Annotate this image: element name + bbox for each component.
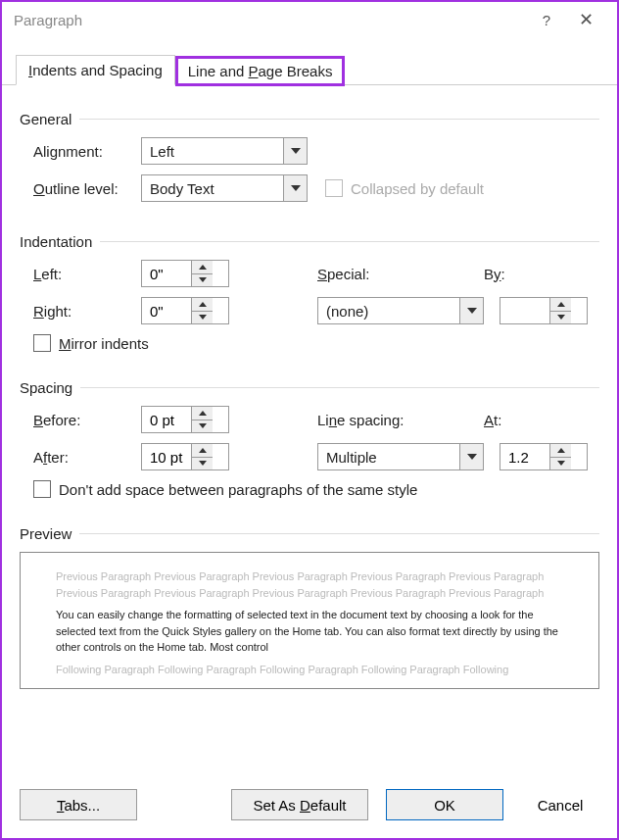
alignment-combo[interactable]: Left bbox=[141, 137, 308, 165]
spacing-header: Spacing bbox=[20, 379, 72, 396]
chevron-down-icon[interactable] bbox=[459, 444, 483, 469]
paragraph-dialog: Paragraph ? ✕ Indents and Spacing Line a… bbox=[0, 0, 619, 840]
preview-body: You can easily change the formatting of … bbox=[56, 607, 563, 656]
spin-up-icon[interactable] bbox=[550, 444, 571, 458]
alignment-label: Alignment: bbox=[33, 143, 141, 160]
special-label: Special: bbox=[317, 266, 484, 282]
preview-box: Previous Paragraph Previous Paragraph Pr… bbox=[20, 552, 599, 689]
tab-strip: Indents and Spacing Line and Page Breaks bbox=[2, 55, 617, 85]
divider bbox=[79, 119, 599, 120]
titlebar: Paragraph ? ✕ bbox=[2, 2, 617, 37]
divider bbox=[80, 387, 599, 388]
chevron-down-icon[interactable] bbox=[283, 175, 307, 201]
dialog-content: General Alignment: Left Outline level: B… bbox=[2, 85, 617, 775]
spin-up-icon[interactable] bbox=[550, 298, 571, 312]
section-preview: Preview bbox=[20, 525, 599, 542]
at-spinner[interactable] bbox=[500, 443, 588, 470]
divider bbox=[100, 241, 599, 242]
button-bar: Tabs... Set As Default OK Cancel bbox=[2, 775, 617, 838]
tab-indents-spacing[interactable]: Indents and Spacing bbox=[16, 55, 175, 85]
section-general: General bbox=[20, 111, 599, 127]
dialog-title: Paragraph bbox=[14, 12, 527, 28]
collapsed-checkbox: Collapsed by default bbox=[325, 179, 484, 197]
spin-down-icon[interactable] bbox=[550, 312, 571, 324]
spin-down-icon[interactable] bbox=[192, 458, 213, 470]
outline-combo[interactable]: Body Text bbox=[141, 174, 308, 202]
preview-header: Preview bbox=[20, 525, 71, 542]
checkbox-box[interactable] bbox=[33, 480, 51, 498]
before-spinner[interactable] bbox=[141, 406, 229, 433]
spinner-buttons[interactable] bbox=[191, 444, 213, 469]
at-label: At: bbox=[484, 412, 501, 428]
after-label: After: bbox=[33, 449, 141, 466]
spin-down-icon[interactable] bbox=[192, 420, 213, 433]
mirror-label: Mirror indents bbox=[59, 335, 149, 352]
left-indent-label: Left: bbox=[33, 266, 141, 282]
spin-down-icon[interactable] bbox=[192, 312, 213, 324]
tabs-button[interactable]: Tabs... bbox=[20, 789, 137, 820]
tab-line-page-breaks[interactable]: Line and Page Breaks bbox=[175, 56, 346, 86]
help-button[interactable]: ? bbox=[527, 12, 566, 28]
cancel-button[interactable]: Cancel bbox=[521, 789, 599, 820]
preview-following: Following Paragraph Following Paragraph … bbox=[56, 662, 563, 678]
mirror-indents-checkbox[interactable]: Mirror indents bbox=[33, 334, 149, 352]
by-label: By: bbox=[484, 266, 505, 282]
divider bbox=[79, 533, 599, 534]
line-spacing-combo[interactable]: Multiple bbox=[317, 443, 484, 470]
spin-up-icon[interactable] bbox=[192, 261, 213, 274]
ok-button[interactable]: OK bbox=[386, 789, 503, 820]
spinner-buttons[interactable] bbox=[191, 261, 213, 286]
spinner-buttons[interactable] bbox=[191, 298, 213, 323]
spinner-buttons[interactable] bbox=[191, 407, 213, 432]
spin-up-icon[interactable] bbox=[192, 298, 213, 312]
before-label: Before: bbox=[33, 412, 141, 428]
preview-previous: Previous Paragraph Previous Paragraph Pr… bbox=[56, 568, 563, 601]
chevron-down-icon[interactable] bbox=[283, 138, 307, 164]
section-indentation: Indentation bbox=[20, 233, 599, 250]
line-spacing-label: Line spacing: bbox=[317, 412, 484, 428]
close-button[interactable]: ✕ bbox=[566, 9, 605, 30]
outline-label: Outline level: bbox=[33, 180, 141, 197]
spin-up-icon[interactable] bbox=[192, 444, 213, 458]
special-combo[interactable]: (none) bbox=[317, 297, 484, 324]
set-default-button[interactable]: Set As Default bbox=[231, 789, 368, 820]
dont-add-label: Don't add space between paragraphs of th… bbox=[59, 481, 417, 498]
indentation-header: Indentation bbox=[20, 233, 92, 250]
left-indent-spinner[interactable] bbox=[141, 260, 229, 287]
spinner-buttons[interactable] bbox=[549, 444, 571, 469]
right-indent-label: Right: bbox=[33, 303, 141, 320]
section-spacing: Spacing bbox=[20, 379, 599, 396]
chevron-down-icon[interactable] bbox=[459, 298, 483, 323]
right-indent-spinner[interactable] bbox=[141, 297, 229, 324]
dont-add-space-checkbox[interactable]: Don't add space between paragraphs of th… bbox=[33, 480, 417, 498]
by-spinner[interactable] bbox=[500, 297, 588, 324]
spin-down-icon[interactable] bbox=[192, 274, 213, 287]
spinner-buttons[interactable] bbox=[549, 298, 571, 323]
collapsed-label: Collapsed by default bbox=[351, 180, 484, 197]
general-header: General bbox=[20, 111, 71, 127]
after-spinner[interactable] bbox=[141, 443, 229, 470]
checkbox-box[interactable] bbox=[33, 334, 51, 352]
spin-up-icon[interactable] bbox=[192, 407, 213, 420]
spin-down-icon[interactable] bbox=[550, 458, 571, 470]
checkbox-box bbox=[325, 179, 343, 197]
